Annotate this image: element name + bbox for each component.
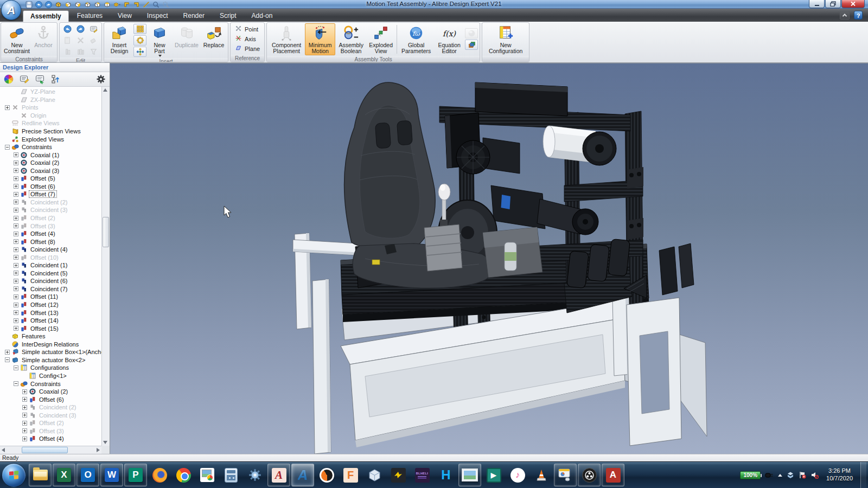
close-button[interactable] xyxy=(841,0,865,8)
taskbar-alibre[interactable]: A xyxy=(291,464,314,486)
expand-icon[interactable] xyxy=(14,184,18,189)
expand-icon[interactable] xyxy=(14,303,18,307)
ribbon-small-filter-sm[interactable] xyxy=(87,46,100,57)
qat-cube-iso-icon[interactable] xyxy=(113,1,120,8)
tree-item-coincident-4[interactable]: Coincident (4) xyxy=(0,246,101,254)
collapse-icon[interactable] xyxy=(14,365,18,370)
qat-undo-icon[interactable] xyxy=(35,1,42,8)
collapse-ribbon-button[interactable] xyxy=(840,11,850,20)
tree-item-simple-actuator-box-2[interactable]: Simple actuator Box<2> xyxy=(0,356,101,364)
show-desktop-button[interactable] xyxy=(860,462,866,488)
tree-item-coincident-7[interactable]: Coincident (7) xyxy=(0,285,101,293)
tree-item-interdesign-relations[interactable]: InterDesign Relations xyxy=(0,341,101,349)
motor-white-cylinder[interactable] xyxy=(543,126,616,165)
collapse-icon[interactable] xyxy=(5,145,10,150)
ribbon-button-plane[interactable]: Plane xyxy=(235,44,260,53)
tree-item-yz-plane[interactable]: YZ-Plane xyxy=(0,88,101,96)
qat-corner-left-icon[interactable] xyxy=(123,1,130,8)
tab-inspect[interactable]: Inspect xyxy=(140,10,175,22)
tree-item-coincident-1[interactable]: Coincident (1) xyxy=(0,261,101,269)
taskbar-hornet-app[interactable] xyxy=(387,464,410,486)
ribbon-button-point[interactable]: Point xyxy=(235,25,260,33)
start-button[interactable] xyxy=(2,463,26,487)
ribbon-small-sphere-sm[interactable] xyxy=(465,28,478,38)
sync-app-icon[interactable] xyxy=(787,472,794,479)
expand-icon[interactable] xyxy=(14,239,18,244)
ribbon-button-anchor[interactable]: Anchor xyxy=(31,23,55,55)
volume-muted-icon[interactable] xyxy=(810,471,819,479)
expand-icon[interactable] xyxy=(14,192,18,197)
tree-item-zx-plane[interactable]: ZX-Plane xyxy=(0,96,101,104)
qat-measure-icon[interactable] xyxy=(142,1,150,8)
tree-item-offset-4[interactable]: Offset (4) xyxy=(0,435,101,443)
clock[interactable]: 3:26 PM 10/7/2020 xyxy=(823,467,856,483)
expand-icon[interactable] xyxy=(14,160,18,165)
tree-item-coincident-5[interactable]: Coincident (5) xyxy=(0,269,101,278)
expand-icon[interactable] xyxy=(14,168,18,173)
qat-cube-front-icon[interactable] xyxy=(64,1,72,8)
motor-left-cylinder[interactable] xyxy=(456,138,520,174)
expand-icon[interactable] xyxy=(14,152,18,157)
ribbon-small-cols-sm[interactable] xyxy=(74,46,87,57)
tab-view[interactable]: View xyxy=(111,10,139,22)
expand-icon[interactable] xyxy=(14,223,18,228)
ribbon-button-insert-design[interactable]: Insert Design xyxy=(106,23,133,57)
expand-icon[interactable] xyxy=(14,200,18,204)
tree-item-coincident-3[interactable]: Coincident (3) xyxy=(0,411,101,419)
tree-item-offset-7[interactable]: Offset (7) xyxy=(0,190,101,198)
ribbon-small-delete-sm[interactable] xyxy=(74,35,87,46)
taskbar-blheli[interactable]: BLHELI xyxy=(411,464,433,486)
gear-icon[interactable] xyxy=(95,74,106,85)
ribbon-button-exploded-view[interactable]: Exploded View xyxy=(367,23,395,55)
ribbon-button-duplicate[interactable]: Duplicate xyxy=(173,23,201,57)
tree-item-coincident-2[interactable]: Coincident (2) xyxy=(0,198,101,207)
expand-icon[interactable] xyxy=(14,294,18,299)
expand-icon[interactable] xyxy=(22,397,27,402)
tree-item-offset-4[interactable]: Offset (4) xyxy=(0,230,101,238)
taskbar-publisher[interactable]: P xyxy=(124,464,147,486)
scroll-up-icon[interactable] xyxy=(103,88,107,92)
tree-item-coincident-2[interactable]: Coincident (2) xyxy=(0,403,101,412)
taskbar-h-app[interactable]: H xyxy=(435,464,457,486)
taskbar-chrome-photos[interactable] xyxy=(196,464,219,486)
tree-item-coaxial-2[interactable]: Coaxial (2) xyxy=(0,159,101,167)
tab-script[interactable]: Script xyxy=(213,10,244,22)
tree-item-coincident-3[interactable]: Coincident (3) xyxy=(0,206,101,214)
ribbon-button-equation-editor[interactable]: f(x)Equation Editor xyxy=(434,23,464,55)
taskbar-chrome[interactable] xyxy=(172,464,195,486)
tree-item-offset-6[interactable]: Offset (6) xyxy=(0,395,101,403)
horizontal-scroll-thumb[interactable] xyxy=(22,447,68,453)
tree-vertical-scrollbar[interactable] xyxy=(101,87,110,446)
tree-item-offset-11[interactable]: Offset (11) xyxy=(0,293,101,301)
tree-item-coaxial-3[interactable]: Coaxial (3) xyxy=(0,166,101,175)
collapse-icon[interactable] xyxy=(14,381,18,386)
tree-item-points[interactable]: Points xyxy=(0,104,101,112)
taskbar-calculator[interactable] xyxy=(220,464,242,486)
ribbon-button-global-parameters[interactable]: fωGlobal Parameters xyxy=(399,23,433,55)
qat-cube-left-icon[interactable] xyxy=(84,1,91,8)
color-wheel-icon[interactable] xyxy=(3,74,14,85)
expand-icon[interactable] xyxy=(14,255,18,260)
taskbar-video-editor[interactable]: ▶ xyxy=(482,464,505,486)
qat-zoom-window-icon[interactable] xyxy=(162,1,169,8)
tree-item-origin[interactable]: Origin xyxy=(0,112,101,120)
ribbon-small-undo-sm[interactable] xyxy=(61,23,74,34)
tree-item-offset-14[interactable]: Offset (14) xyxy=(0,317,101,325)
expand-icon[interactable] xyxy=(22,436,27,441)
qat-redo-icon[interactable] xyxy=(44,1,52,8)
expand-icon[interactable] xyxy=(14,176,18,181)
ribbon-button-new-configuration[interactable]: New Configuration xyxy=(484,23,527,55)
expand-icon[interactable] xyxy=(14,216,18,221)
taskbar-firefox[interactable] xyxy=(148,464,171,486)
ribbon-button-replace[interactable]: Replace xyxy=(201,23,226,57)
expand-icon[interactable] xyxy=(22,428,27,433)
3d-viewport[interactable] xyxy=(110,63,868,454)
tree-horizontal-scrollbar[interactable] xyxy=(0,446,101,454)
help-button[interactable]: ? xyxy=(854,11,863,20)
tab-add-on[interactable]: Add-on xyxy=(245,10,280,22)
expand-icon[interactable] xyxy=(22,413,27,418)
tree-item-coincident-6[interactable]: Coincident (6) xyxy=(0,277,101,285)
qat-cube-back-icon[interactable] xyxy=(74,1,81,8)
ribbon-small-redo-sm[interactable] xyxy=(74,23,87,34)
ribbon-small-paste-sm[interactable] xyxy=(61,35,74,46)
